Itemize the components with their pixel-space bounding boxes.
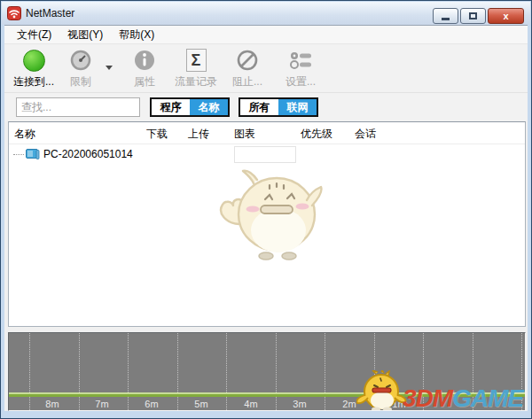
time-label: 6m xyxy=(138,399,165,409)
logo-text-3dm: 3DM xyxy=(403,384,452,411)
col-download[interactable]: 下载 xyxy=(146,127,168,142)
col-priority[interactable]: 优先级 xyxy=(301,127,332,142)
menu-file[interactable]: 文件(Z) xyxy=(10,26,59,44)
gridline xyxy=(79,333,80,410)
info-icon xyxy=(134,50,155,71)
client-area: 文件(Z) 视图(Y) 帮助(X) 连接到... 限制 xyxy=(4,25,528,411)
limit-dropdown-caret-icon[interactable] xyxy=(106,66,113,70)
block-icon xyxy=(237,50,258,71)
gridline xyxy=(177,333,178,410)
computer-icon xyxy=(26,149,40,160)
process-table: 名称 下载 上传 图表 优先级 会话 PC-202006051014 xyxy=(8,121,526,327)
table-row[interactable]: PC-202006051014 xyxy=(9,144,525,164)
maximize-button[interactable] xyxy=(460,8,486,24)
time-label: 8m xyxy=(39,399,66,409)
limit-button[interactable]: 限制 xyxy=(59,48,102,90)
maximize-icon xyxy=(469,12,477,19)
window-title: NetMaster xyxy=(26,7,74,19)
block-button[interactable]: 阻止... xyxy=(224,48,270,90)
toolbar: 连接到... 限制 xyxy=(4,44,528,93)
limit-label: 限制 xyxy=(70,74,91,89)
properties-button[interactable]: 属性 xyxy=(123,48,166,90)
gridline xyxy=(128,333,129,410)
gridline xyxy=(29,333,30,410)
minimize-icon xyxy=(442,18,450,20)
toggle-name[interactable]: 名称 xyxy=(190,99,228,115)
toggle-all[interactable]: 所有 xyxy=(240,99,278,115)
toggle-program[interactable]: 程序 xyxy=(152,99,190,115)
titlebar[interactable]: NetMaster x xyxy=(2,2,530,25)
menu-help[interactable]: 帮助(X) xyxy=(112,26,161,44)
time-label: 4m xyxy=(238,399,264,409)
settings-button[interactable]: 设置... xyxy=(276,48,325,90)
gridline xyxy=(276,333,277,410)
logo-chick-icon xyxy=(356,370,408,411)
toggle-online[interactable]: 联网 xyxy=(278,99,317,115)
app-window: NetMaster x 文件(Z) 视图(Y) 帮助(X) 连接到... xyxy=(0,0,532,419)
traffic-log-button[interactable]: Σ 流量记录 xyxy=(169,48,223,90)
col-chart[interactable]: 图表 xyxy=(234,127,255,142)
menu-view[interactable]: 视图(Y) xyxy=(60,26,110,44)
3dmgame-logo: 3DM GAME xyxy=(356,370,523,411)
time-label: 3m xyxy=(286,399,313,409)
table-header: 名称 下载 上传 图表 优先级 会话 xyxy=(9,122,525,144)
connect-label: 连接到... xyxy=(13,74,54,89)
gridline xyxy=(226,333,227,410)
row-chart-cell xyxy=(234,146,296,163)
traffic-graph: 8m 7m 6m 5m 4m 3m 2m 1m xyxy=(8,332,526,411)
col-upload[interactable]: 上传 xyxy=(188,127,209,142)
connect-button[interactable]: 连接到... xyxy=(8,48,59,90)
properties-label: 属性 xyxy=(134,74,155,89)
logo-text-game: GAME xyxy=(452,384,523,411)
limit-gauge-icon xyxy=(70,50,91,71)
row-name: PC-202006051014 xyxy=(43,148,133,160)
traffic-log-label: 流量记录 xyxy=(175,74,217,89)
connect-circle-icon xyxy=(23,50,45,72)
search-input[interactable] xyxy=(16,97,140,117)
settings-list-icon xyxy=(289,50,312,71)
minimize-button[interactable] xyxy=(433,8,458,24)
tree-branch xyxy=(13,154,24,155)
menubar: 文件(Z) 视图(Y) 帮助(X) xyxy=(4,26,528,44)
settings-label: 设置... xyxy=(286,74,316,89)
sigma-icon: Σ xyxy=(186,49,207,72)
block-label: 阻止... xyxy=(232,74,262,89)
app-icon xyxy=(7,6,21,20)
time-label: 5m xyxy=(188,399,215,409)
close-button[interactable]: x xyxy=(488,8,524,24)
col-session[interactable]: 会话 xyxy=(355,127,376,142)
filterbar: 程序 名称 所有 联网 xyxy=(4,93,528,121)
toggle-all-online: 所有 联网 xyxy=(239,97,318,117)
toggle-program-name: 程序 名称 xyxy=(150,97,230,117)
time-label: 7m xyxy=(89,399,115,409)
gridline xyxy=(325,333,325,410)
mascot-watermark-icon xyxy=(213,168,328,261)
col-name[interactable]: 名称 xyxy=(14,127,35,142)
